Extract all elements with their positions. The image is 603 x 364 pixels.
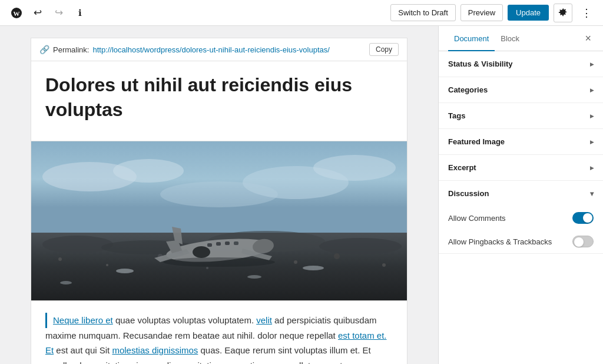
- section-status-visibility-chevron: [590, 60, 594, 68]
- allow-pingbacks-toggle[interactable]: [572, 236, 594, 247]
- svg-point-18: [334, 253, 340, 259]
- editor-content: 🔗 Permalink: http://localhost/wordpress/…: [31, 38, 407, 364]
- editor-area: 🔗 Permalink: http://localhost/wordpress/…: [0, 26, 438, 364]
- section-discussion-chevron: [590, 190, 594, 198]
- allow-comments-row: Allow Comments: [439, 206, 603, 230]
- svg-point-6: [313, 155, 396, 181]
- svg-text:W: W: [14, 9, 20, 16]
- copy-permalink-button[interactable]: Copy: [369, 43, 399, 56]
- section-discussion: Discussion Allow Comments Allow Pingback…: [439, 181, 603, 254]
- section-featured-image-chevron: [590, 138, 594, 146]
- svg-point-14: [106, 264, 108, 266]
- toolbar: W ↩ ↪ ℹ Switch to Draft Preview Update ⋮: [0, 0, 603, 26]
- post-image: [31, 141, 407, 300]
- image-block: [31, 141, 407, 301]
- post-title-input[interactable]: Dolores ut nihil aut reiciendis eius vol…: [45, 73, 393, 122]
- allow-pingbacks-knob: [574, 237, 584, 247]
- section-featured-image-label: Featured Image: [448, 137, 505, 146]
- permalink-bar: 🔗 Permalink: http://localhost/wordpress/…: [31, 38, 407, 61]
- section-categories-label: Categories: [448, 85, 488, 94]
- section-featured-image: Featured Image: [439, 129, 603, 155]
- main-area: 🔗 Permalink: http://localhost/wordpress/…: [0, 26, 603, 364]
- toolbar-left: W ↩ ↪ ℹ: [7, 4, 388, 22]
- section-status-visibility: Status & Visibility: [439, 51, 603, 77]
- svg-point-22: [303, 266, 324, 270]
- wp-icon-button[interactable]: W: [7, 4, 26, 22]
- allow-comments-knob: [583, 213, 592, 223]
- svg-point-7: [160, 181, 278, 207]
- allow-comments-label: Allow Comments: [448, 214, 506, 223]
- section-status-visibility-label: Status & Visibility: [448, 59, 513, 68]
- svg-point-13: [58, 257, 62, 261]
- permalink-url[interactable]: http://localhost/wordpress/dolores-ut-ni…: [92, 45, 366, 54]
- title-block: Dolores ut nihil aut reiciendis eius vol…: [31, 61, 407, 141]
- svg-point-35: [163, 257, 275, 267]
- body-link-5[interactable]: ea: [269, 360, 279, 364]
- section-categories-chevron: [590, 86, 594, 94]
- body-link-2[interactable]: velit: [256, 315, 272, 325]
- sidebar: Document Block × Status & Visibility Cat…: [438, 26, 603, 364]
- info-button[interactable]: ℹ: [71, 4, 90, 22]
- body-link-1[interactable]: Neque libero et: [53, 315, 113, 325]
- svg-rect-30: [207, 243, 212, 247]
- svg-point-34: [193, 246, 210, 258]
- section-discussion-label: Discussion: [448, 189, 489, 198]
- svg-point-4: [113, 159, 184, 183]
- update-button[interactable]: Update: [508, 5, 549, 21]
- section-discussion-header[interactable]: Discussion: [439, 181, 603, 206]
- section-categories-header[interactable]: Categories: [439, 77, 603, 102]
- permalink-icon: 🔗: [39, 45, 49, 54]
- section-categories: Categories: [439, 77, 603, 103]
- svg-point-9: [42, 236, 113, 253]
- section-tags: Tags: [439, 103, 603, 129]
- svg-point-23: [60, 281, 72, 284]
- tab-block[interactable]: Block: [495, 26, 525, 51]
- section-excerpt-chevron: [590, 164, 594, 172]
- section-status-visibility-header[interactable]: Status & Visibility: [439, 51, 603, 77]
- toolbar-right: Switch to Draft Preview Update ⋮: [390, 4, 596, 22]
- redo-button[interactable]: ↪: [49, 4, 68, 22]
- sidebar-tabs: Document Block ×: [439, 26, 603, 51]
- svg-point-19: [382, 263, 386, 267]
- post-body-paragraph: Neque libero et quae voluptas voluptas v…: [45, 313, 393, 364]
- permalink-label: Permalink:: [53, 45, 89, 54]
- allow-pingbacks-row: Allow Pingbacks & Trackbacks: [439, 230, 603, 253]
- allow-comments-toggle[interactable]: [572, 212, 594, 224]
- svg-point-12: [319, 238, 402, 254]
- section-tags-chevron: [590, 112, 594, 120]
- section-excerpt: Excerpt: [439, 155, 603, 181]
- sidebar-close-button[interactable]: ×: [582, 31, 594, 46]
- body-link-4[interactable]: molestias dignissimos: [112, 345, 198, 355]
- svg-point-16: [206, 267, 208, 269]
- svg-point-17: [294, 260, 297, 264]
- tab-document[interactable]: Document: [448, 26, 495, 51]
- svg-point-20: [116, 269, 134, 273]
- body-link-3[interactable]: est totam et. Et: [45, 330, 387, 356]
- section-tags-label: Tags: [448, 111, 465, 120]
- undo-button[interactable]: ↩: [28, 4, 47, 22]
- svg-point-21: [247, 275, 261, 279]
- section-tags-header[interactable]: Tags: [439, 103, 603, 128]
- svg-rect-32: [225, 241, 230, 245]
- switch-to-draft-button[interactable]: Switch to Draft: [390, 4, 456, 21]
- svg-rect-31: [216, 242, 221, 246]
- preview-button[interactable]: Preview: [460, 4, 503, 21]
- allow-pingbacks-label: Allow Pingbacks & Trackbacks: [448, 237, 552, 246]
- svg-rect-33: [234, 241, 238, 245]
- section-featured-image-header[interactable]: Featured Image: [439, 129, 603, 154]
- more-options-button[interactable]: ⋮: [577, 4, 596, 22]
- section-excerpt-header[interactable]: Excerpt: [439, 155, 603, 180]
- text-block: Neque libero et quae voluptas voluptas v…: [31, 301, 407, 364]
- settings-button[interactable]: [554, 4, 572, 22]
- section-excerpt-label: Excerpt: [448, 163, 476, 172]
